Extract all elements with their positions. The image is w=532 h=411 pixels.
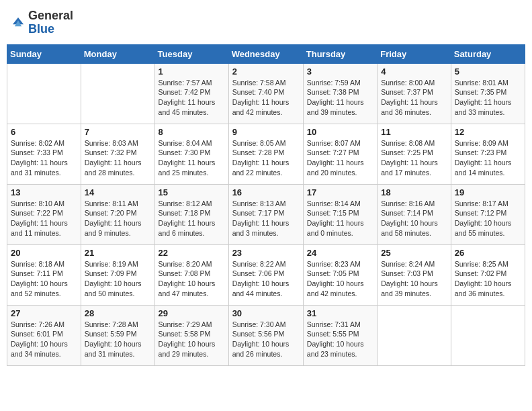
day-info: Sunrise: 8:01 AM Sunset: 7:35 PM Dayligh… <box>455 78 521 118</box>
day-info: Sunrise: 7:59 AM Sunset: 7:38 PM Dayligh… <box>307 78 373 118</box>
day-info: Sunrise: 8:03 AM Sunset: 7:32 PM Dayligh… <box>85 138 151 178</box>
calendar-cell: 16Sunrise: 8:13 AM Sunset: 7:17 PM Dayli… <box>228 184 303 244</box>
calendar-cell: 15Sunrise: 8:12 AM Sunset: 7:18 PM Dayli… <box>154 184 228 244</box>
day-number: 11 <box>381 127 447 137</box>
calendar-cell <box>81 63 154 124</box>
day-number: 5 <box>455 66 521 77</box>
day-number: 24 <box>307 248 373 258</box>
calendar-cell: 8Sunrise: 8:04 AM Sunset: 7:30 PM Daylig… <box>154 124 228 184</box>
calendar-header-row: SundayMondayTuesdayWednesdayThursdayFrid… <box>7 44 525 63</box>
day-number: 6 <box>11 127 77 137</box>
calendar-header-tuesday: Tuesday <box>154 44 228 63</box>
calendar-week-row: 13Sunrise: 8:10 AM Sunset: 7:22 PM Dayli… <box>7 184 525 244</box>
calendar-header-thursday: Thursday <box>303 44 377 63</box>
day-info: Sunrise: 8:04 AM Sunset: 7:30 PM Dayligh… <box>159 138 225 178</box>
calendar-cell: 25Sunrise: 8:24 AM Sunset: 7:03 PM Dayli… <box>378 244 451 305</box>
day-number: 3 <box>307 66 373 77</box>
day-info: Sunrise: 8:24 AM Sunset: 7:03 PM Dayligh… <box>381 259 447 299</box>
day-info: Sunrise: 8:23 AM Sunset: 7:05 PM Dayligh… <box>307 259 373 299</box>
calendar-cell: 4Sunrise: 8:00 AM Sunset: 7:37 PM Daylig… <box>378 63 451 124</box>
day-info: Sunrise: 8:00 AM Sunset: 7:37 PM Dayligh… <box>381 78 447 118</box>
day-number: 10 <box>307 127 373 137</box>
day-info: Sunrise: 8:07 AM Sunset: 7:27 PM Dayligh… <box>307 138 373 178</box>
day-info: Sunrise: 8:13 AM Sunset: 7:17 PM Dayligh… <box>232 199 300 238</box>
day-info: Sunrise: 8:11 AM Sunset: 7:20 PM Dayligh… <box>85 199 151 238</box>
calendar-cell: 10Sunrise: 8:07 AM Sunset: 7:27 PM Dayli… <box>303 124 377 184</box>
day-info: Sunrise: 8:14 AM Sunset: 7:15 PM Dayligh… <box>307 199 373 238</box>
day-info: Sunrise: 7:30 AM Sunset: 5:56 PM Dayligh… <box>232 320 300 359</box>
day-number: 18 <box>381 187 447 197</box>
calendar-cell: 31Sunrise: 7:31 AM Sunset: 5:55 PM Dayli… <box>303 305 377 365</box>
day-number: 1 <box>159 66 225 77</box>
calendar-cell: 6Sunrise: 8:02 AM Sunset: 7:33 PM Daylig… <box>7 124 81 184</box>
day-number: 30 <box>232 308 300 318</box>
day-info: Sunrise: 8:20 AM Sunset: 7:08 PM Dayligh… <box>159 259 225 299</box>
day-number: 29 <box>159 308 225 318</box>
logo-blue: Blue <box>28 22 54 36</box>
day-info: Sunrise: 7:58 AM Sunset: 7:40 PM Dayligh… <box>232 78 300 118</box>
day-number: 4 <box>381 66 447 77</box>
calendar-cell <box>451 305 525 365</box>
day-number: 14 <box>85 187 151 197</box>
day-number: 9 <box>232 127 300 137</box>
calendar-cell: 28Sunrise: 7:28 AM Sunset: 5:59 PM Dayli… <box>81 305 154 365</box>
day-number: 15 <box>159 187 225 197</box>
day-info: Sunrise: 8:16 AM Sunset: 7:14 PM Dayligh… <box>381 199 447 238</box>
calendar-cell <box>7 63 81 124</box>
calendar-header-saturday: Saturday <box>451 44 525 63</box>
calendar-week-row: 6Sunrise: 8:02 AM Sunset: 7:33 PM Daylig… <box>7 124 525 184</box>
logo-icon <box>11 15 26 30</box>
calendar-cell: 29Sunrise: 7:29 AM Sunset: 5:58 PM Dayli… <box>154 305 228 365</box>
calendar-cell: 12Sunrise: 8:09 AM Sunset: 7:23 PM Dayli… <box>451 124 525 184</box>
day-info: Sunrise: 8:05 AM Sunset: 7:28 PM Dayligh… <box>232 138 300 178</box>
day-number: 27 <box>11 308 77 318</box>
calendar-cell: 11Sunrise: 8:08 AM Sunset: 7:25 PM Dayli… <box>378 124 451 184</box>
day-info: Sunrise: 7:57 AM Sunset: 7:42 PM Dayligh… <box>159 78 225 118</box>
day-number: 20 <box>11 248 77 258</box>
day-info: Sunrise: 8:09 AM Sunset: 7:23 PM Dayligh… <box>455 138 521 178</box>
calendar-cell: 3Sunrise: 7:59 AM Sunset: 7:38 PM Daylig… <box>303 63 377 124</box>
logo: General Blue <box>11 9 73 36</box>
day-info: Sunrise: 7:31 AM Sunset: 5:55 PM Dayligh… <box>307 320 373 359</box>
day-info: Sunrise: 8:10 AM Sunset: 7:22 PM Dayligh… <box>11 199 77 238</box>
day-number: 21 <box>85 248 151 258</box>
day-info: Sunrise: 8:08 AM Sunset: 7:25 PM Dayligh… <box>381 138 447 178</box>
logo-text: General Blue <box>28 9 73 36</box>
calendar-cell: 1Sunrise: 7:57 AM Sunset: 7:42 PM Daylig… <box>154 63 228 124</box>
calendar-cell: 13Sunrise: 8:10 AM Sunset: 7:22 PM Dayli… <box>7 184 81 244</box>
day-info: Sunrise: 7:28 AM Sunset: 5:59 PM Dayligh… <box>85 320 151 359</box>
day-info: Sunrise: 8:12 AM Sunset: 7:18 PM Dayligh… <box>159 199 225 238</box>
calendar-cell: 14Sunrise: 8:11 AM Sunset: 7:20 PM Dayli… <box>81 184 154 244</box>
calendar-cell: 30Sunrise: 7:30 AM Sunset: 5:56 PM Dayli… <box>228 305 303 365</box>
day-number: 7 <box>85 127 151 137</box>
day-number: 19 <box>455 187 521 197</box>
calendar-cell: 5Sunrise: 8:01 AM Sunset: 7:35 PM Daylig… <box>451 63 525 124</box>
day-number: 23 <box>232 248 300 258</box>
day-info: Sunrise: 8:02 AM Sunset: 7:33 PM Dayligh… <box>11 138 77 178</box>
calendar-cell: 24Sunrise: 8:23 AM Sunset: 7:05 PM Dayli… <box>303 244 377 305</box>
calendar-cell: 19Sunrise: 8:17 AM Sunset: 7:12 PM Dayli… <box>451 184 525 244</box>
day-info: Sunrise: 8:19 AM Sunset: 7:09 PM Dayligh… <box>85 259 151 299</box>
calendar-cell: 18Sunrise: 8:16 AM Sunset: 7:14 PM Dayli… <box>378 184 451 244</box>
calendar-cell: 21Sunrise: 8:19 AM Sunset: 7:09 PM Dayli… <box>81 244 154 305</box>
calendar-header-wednesday: Wednesday <box>228 44 303 63</box>
day-number: 16 <box>232 187 300 197</box>
calendar-table: SundayMondayTuesdayWednesdayThursdayFrid… <box>7 44 525 366</box>
day-number: 13 <box>11 187 77 197</box>
logo-general: General <box>28 9 73 22</box>
calendar-cell: 22Sunrise: 8:20 AM Sunset: 7:08 PM Dayli… <box>154 244 228 305</box>
day-number: 22 <box>159 248 225 258</box>
day-number: 17 <box>307 187 373 197</box>
calendar-header-monday: Monday <box>81 44 154 63</box>
day-number: 31 <box>307 308 373 318</box>
day-info: Sunrise: 8:17 AM Sunset: 7:12 PM Dayligh… <box>455 199 521 238</box>
calendar-cell: 2Sunrise: 7:58 AM Sunset: 7:40 PM Daylig… <box>228 63 303 124</box>
day-info: Sunrise: 7:29 AM Sunset: 5:58 PM Dayligh… <box>159 320 225 359</box>
day-info: Sunrise: 8:25 AM Sunset: 7:02 PM Dayligh… <box>455 259 521 299</box>
calendar-cell <box>378 305 451 365</box>
calendar-week-row: 27Sunrise: 7:26 AM Sunset: 6:01 PM Dayli… <box>7 305 525 365</box>
day-number: 28 <box>85 308 151 318</box>
day-number: 25 <box>381 248 447 258</box>
day-number: 8 <box>159 127 225 137</box>
day-number: 12 <box>455 127 521 137</box>
